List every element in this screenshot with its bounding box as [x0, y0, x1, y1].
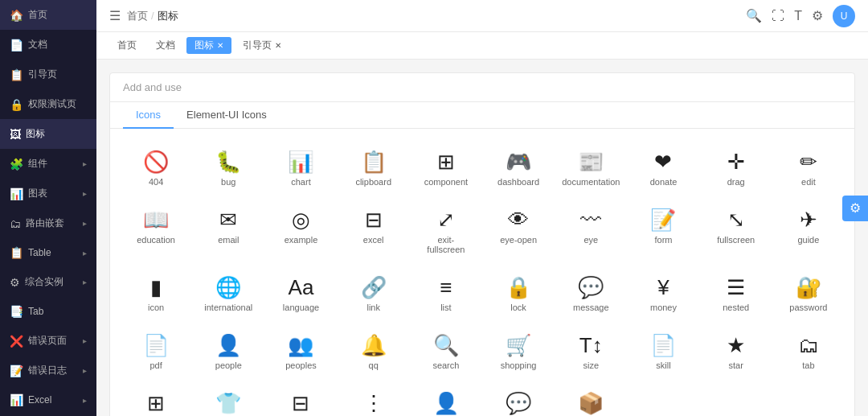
sidebar-item-label: 文档 — [28, 38, 87, 51]
people-icon: 👤 — [215, 335, 241, 356]
icon-item-skill[interactable]: 📄skill — [630, 325, 696, 377]
icon-item-example[interactable]: ◎example — [268, 200, 334, 261]
icon-item-fullscreen[interactable]: ⤡fullscreen — [703, 200, 769, 261]
icon-item-table[interactable]: ⊞table — [123, 383, 189, 416]
icon-item-list[interactable]: ≡list — [413, 267, 479, 319]
icon-item-user[interactable]: 👤user — [413, 383, 479, 416]
icon-item-eye-open[interactable]: 👁eye-open — [485, 200, 551, 261]
sidebar-item-guide[interactable]: 📋 引导页 — [0, 60, 96, 89]
sidebar-item-permission[interactable]: 🔒 权限测试页 — [0, 89, 96, 119]
fullscreen-icon[interactable]: ⛶ — [772, 9, 784, 23]
skill-icon: 📄 — [650, 335, 676, 356]
chart-label: chart — [291, 177, 310, 187]
education-icon: 📖 — [143, 209, 169, 230]
icon-item-star[interactable]: ★star — [703, 325, 769, 377]
icons-grid: 🚫404🐛bug📊chart📋clipboard⊞component🎮dashb… — [110, 129, 854, 416]
icon-item-dashboard[interactable]: 🎮dashboard — [485, 142, 551, 193]
icon-item-people[interactable]: 👤people — [195, 325, 261, 377]
avatar[interactable]: U — [833, 5, 855, 27]
sidebar-item-error-page[interactable]: ❌ 错误页面 ▸ — [0, 326, 96, 356]
settings-icon[interactable]: ⚙ — [812, 8, 823, 23]
icon-item-nested[interactable]: ☰nested — [703, 267, 769, 319]
sidebar-item-excel[interactable]: 📊 Excel ▸ — [0, 385, 96, 414]
icon-item-drag[interactable]: ✛drag — [703, 142, 769, 193]
sidebar-item-practice[interactable]: ⚙ 综合实例 ▸ — [0, 267, 96, 297]
icon-item-search[interactable]: 🔍search — [413, 325, 479, 377]
exit-fullscreen-icon: ⤢ — [437, 209, 455, 230]
sidebar-item-component[interactable]: 🧩 组件 ▸ — [0, 149, 96, 179]
icons-card: Add and use Icons Element-UI Icons 🚫404🐛… — [109, 72, 855, 416]
breadcrumb-home[interactable]: 首页 — [127, 9, 148, 23]
icon-item-qq[interactable]: 🔔qq — [341, 325, 407, 377]
close-tab-icon[interactable]: ✕ — [217, 41, 223, 50]
tab-icons[interactable]: Icons — [123, 102, 174, 129]
icon-item-peoples[interactable]: 👥peoples — [268, 325, 334, 377]
icon-item-donate[interactable]: ❤donate — [630, 142, 696, 193]
icon-item-education[interactable]: 📖education — [123, 200, 189, 261]
icon-item-theme[interactable]: 👕theme — [195, 383, 261, 416]
close-tab-icon[interactable]: ✕ — [275, 41, 281, 50]
icon-item-zip[interactable]: 📦zip — [558, 383, 624, 416]
subnav-tab-home[interactable]: 首页 — [109, 37, 145, 54]
icon-item-link[interactable]: 🔗link — [341, 267, 407, 319]
icon-item-tree[interactable]: ⋮tree — [341, 383, 407, 416]
subnav-tab-guide[interactable]: 引导页 ✕ — [235, 37, 289, 54]
email-icon: ✉ — [219, 209, 237, 230]
search-icon[interactable]: 🔍 — [746, 8, 762, 23]
subnav-tab-doc[interactable]: 文档 — [148, 37, 183, 54]
shopping-icon: 🛒 — [506, 335, 531, 356]
icon-item-size[interactable]: T↕size — [558, 325, 624, 377]
icon-item-email[interactable]: ✉email — [195, 200, 261, 261]
sidebar-item-table[interactable]: 📋 Table ▸ — [0, 238, 96, 267]
qq-icon: 🔔 — [361, 335, 387, 356]
sidebar-item-routing[interactable]: 🗂 路由嵌套 ▸ — [0, 208, 96, 238]
qq-label: qq — [369, 360, 379, 370]
sidebar-item-home[interactable]: 🏠 首页 — [0, 0, 96, 30]
icon-item-message[interactable]: 💬message — [558, 267, 624, 319]
icon-item-component[interactable]: ⊞component — [413, 142, 479, 193]
table-icon: ⊞ — [147, 393, 165, 414]
settings-fab-button[interactable]: ⚙ — [842, 196, 868, 221]
icon-item-tree-table[interactable]: ⊟tree-table — [268, 383, 334, 416]
icon-item-pdf[interactable]: 📄pdf — [123, 325, 189, 377]
icon-item-edit[interactable]: ✏edit — [776, 142, 841, 193]
icon-item-money[interactable]: ¥money — [630, 267, 696, 319]
icon-item-documentation[interactable]: 📰documentation — [558, 142, 624, 193]
subnav: 首页 文档 图标 ✕ 引导页 ✕ — [96, 32, 868, 60]
sidebar-item-chart[interactable]: 📊 图表 ▸ — [0, 179, 96, 208]
tab-element-ui[interactable]: Element-UI Icons — [174, 102, 280, 129]
icon-item-lock[interactable]: 🔒lock — [485, 267, 551, 319]
icon-item-icon[interactable]: ▮icon — [123, 267, 189, 319]
icon-item-bug[interactable]: 🐛bug — [195, 142, 261, 193]
menu-toggle-button[interactable]: ☰ — [109, 8, 121, 23]
sidebar-item-icon[interactable]: 🖼 图标 — [0, 119, 96, 149]
subnav-tab-icon-label: 图标 — [194, 39, 214, 52]
font-size-icon[interactable]: T — [794, 9, 802, 23]
zip-icon: 📦 — [578, 393, 604, 414]
icon-item-clipboard[interactable]: 📋clipboard — [341, 142, 407, 193]
icon-item-tab[interactable]: 🗂tab — [776, 325, 841, 377]
icon-label: icon — [148, 303, 164, 312]
icon-item-password[interactable]: 🔐password — [776, 267, 841, 319]
sidebar-item-error-log[interactable]: 📝 错误日志 ▸ — [0, 356, 96, 385]
icon-item-guide[interactable]: ✈guide — [776, 200, 841, 261]
icon-item-chart[interactable]: 📊chart — [268, 142, 334, 193]
tree-table-icon: ⊟ — [292, 393, 309, 414]
eye-open-icon: 👁 — [508, 209, 529, 230]
sidebar-item-doc[interactable]: 📄 文档 — [0, 30, 96, 60]
icon-item-wechat[interactable]: 💬wechat — [485, 383, 551, 416]
icon-item-language[interactable]: Aalanguage — [268, 267, 334, 319]
subnav-tab-icon[interactable]: 图标 ✕ — [186, 37, 231, 54]
icon-item-excel[interactable]: ⊟excel — [341, 200, 407, 261]
sidebar-item-tab[interactable]: 📑 Tab — [0, 297, 96, 326]
icon-item-international[interactable]: 🌐international — [195, 267, 261, 319]
icon-item-eye[interactable]: 〰eye — [558, 200, 624, 261]
icon-item-form[interactable]: 📝form — [630, 200, 696, 261]
add-use-label: Add and use — [123, 81, 182, 93]
dashboard-label: dashboard — [497, 177, 539, 187]
icon-item-shopping[interactable]: 🛒shopping — [485, 325, 551, 377]
icon-item-exit-fullscreen[interactable]: ⤢exit-fullscreen — [413, 200, 479, 261]
size-label: size — [583, 360, 600, 370]
icon-item-404[interactable]: 🚫404 — [123, 142, 189, 193]
fullscreen-label: fullscreen — [717, 235, 755, 245]
